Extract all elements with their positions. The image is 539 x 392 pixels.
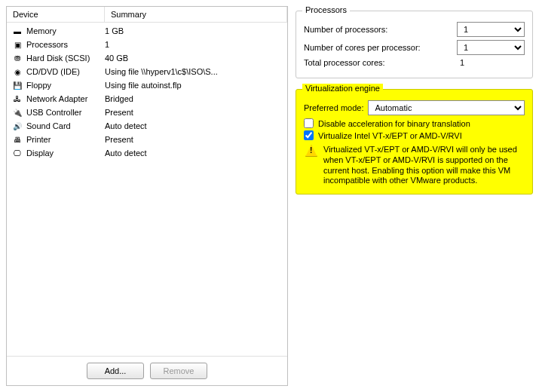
device-table-body: ▬Memory1 GB▣Processors1⛃Hard Disk (SCSI)…	[7, 23, 287, 356]
cpu-icon: ▣	[11, 39, 23, 50]
table-row[interactable]: 🖶PrinterPresent	[7, 133, 287, 146]
num-processors-select[interactable]: 1	[457, 22, 525, 37]
table-row[interactable]: ▣Processors1	[7, 38, 287, 51]
table-row[interactable]: 🖵DisplayAuto detect	[7, 146, 287, 160]
device-summary: Using file autoinst.flp	[105, 81, 287, 90]
virtualization-legend: Virtualization engine	[302, 84, 383, 93]
add-button[interactable]: Add...	[87, 363, 144, 379]
printer-icon: 🖶	[11, 134, 23, 145]
disable-accel-checkbox[interactable]	[304, 118, 314, 128]
device-name: Hard Disk (SCSI)	[26, 54, 90, 63]
device-summary: 40 GB	[105, 54, 287, 63]
preferred-mode-label: Preferred mode:	[304, 103, 363, 112]
device-name: Floppy	[26, 81, 51, 90]
virtualization-warning: Virtualized VT-x/EPT or AMD-V/RVI will o…	[304, 145, 525, 186]
floppy-icon: 💾	[11, 80, 23, 90]
preferred-mode-select[interactable]: Automatic	[368, 100, 525, 115]
device-name: Sound Card	[26, 121, 71, 130]
hdd-icon: ⛃	[11, 53, 23, 63]
header-device: Device	[7, 7, 105, 22]
device-summary: Auto detect	[105, 121, 287, 130]
memory-icon: ▬	[11, 26, 23, 36]
processors-group: Processors Number of processors: 1 Numbe…	[296, 11, 533, 78]
processors-legend: Processors	[302, 5, 350, 14]
disable-accel-label: Disable acceleration for binary translat…	[318, 119, 470, 128]
device-summary: 1	[105, 40, 287, 49]
device-table-header: Device Summary	[7, 7, 287, 23]
device-summary: Bridged	[105, 94, 287, 103]
table-row[interactable]: ▬Memory1 GB	[7, 24, 287, 38]
device-summary: Auto detect	[105, 149, 287, 158]
total-cores-label: Total processor cores:	[304, 58, 385, 67]
device-name: Printer	[26, 135, 51, 144]
virtualization-engine-group: Virtualization engine Preferred mode: Au…	[296, 89, 533, 194]
device-name: USB Controller	[26, 108, 81, 117]
virtualize-intel-checkbox[interactable]	[304, 130, 314, 140]
virtualize-intel-label: Virtualize Intel VT-x/EPT or AMD-V/RVI	[318, 131, 462, 140]
table-row[interactable]: ◉CD/DVD (IDE)Using file \\hyperv1\c$\ISO…	[7, 65, 287, 78]
device-name: CD/DVD (IDE)	[26, 67, 80, 76]
device-summary: Present	[105, 135, 287, 144]
table-row[interactable]: ⛃Hard Disk (SCSI)40 GB	[7, 51, 287, 65]
cores-per-processor-select[interactable]: 1	[457, 40, 525, 55]
table-row[interactable]: 🖧Network AdapterBridged	[7, 92, 287, 106]
warning-text: Virtualized VT-x/EPT or AMD-V/RVI will o…	[323, 145, 525, 186]
device-name: Display	[26, 149, 54, 158]
device-summary: Using file \\hyperv1\c$\ISO\S...	[105, 67, 287, 76]
table-row[interactable]: 🔌USB ControllerPresent	[7, 106, 287, 119]
device-summary: Present	[105, 108, 287, 117]
header-summary: Summary	[105, 7, 287, 22]
display-icon: 🖵	[11, 148, 23, 158]
warning-icon	[305, 145, 317, 157]
num-processors-label: Number of processors:	[304, 25, 387, 34]
table-row[interactable]: 💾FloppyUsing file autoinst.flp	[7, 78, 287, 92]
device-summary: 1 GB	[105, 26, 287, 35]
usb-icon: 🔌	[11, 107, 23, 118]
nic-icon: 🖧	[11, 93, 23, 104]
total-cores-value: 1	[457, 58, 525, 67]
cores-per-processor-label: Number of cores per processor:	[304, 43, 421, 52]
device-name: Processors	[26, 40, 68, 49]
device-name: Network Adapter	[26, 94, 87, 103]
remove-button[interactable]: Remove	[150, 363, 207, 379]
hardware-device-list: Device Summary ▬Memory1 GB▣Processors1⛃H…	[6, 6, 288, 386]
device-name: Memory	[26, 26, 57, 35]
cdrom-icon: ◉	[11, 66, 23, 77]
table-row[interactable]: 🔊Sound CardAuto detect	[7, 119, 287, 133]
device-button-bar: Add... Remove	[7, 356, 287, 385]
sound-icon: 🔊	[11, 121, 23, 131]
